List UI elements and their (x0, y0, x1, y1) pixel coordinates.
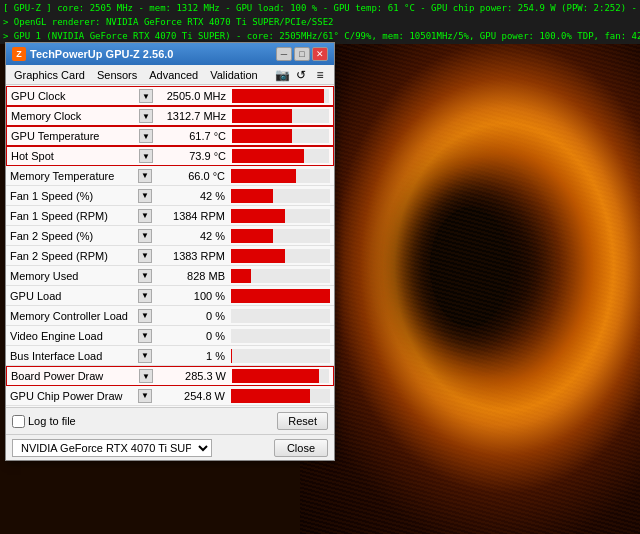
sensor-bar-container (231, 209, 330, 223)
sensor-bar-container (232, 89, 329, 103)
sensor-row: Bus Interface Load▼1 % (6, 346, 334, 366)
sensor-bar-fill (232, 109, 292, 123)
sensor-dropdown-arrow[interactable]: ▼ (138, 229, 152, 243)
sensor-row: GPU Temperature▼61.7 °C (6, 126, 334, 146)
sensor-name: Memory Temperature (8, 170, 138, 182)
window-title: TechPowerUp GPU-Z 2.56.0 (30, 48, 173, 60)
sensor-bar-container (231, 269, 330, 283)
reset-button[interactable]: Reset (277, 412, 328, 430)
sensor-name: GPU Chip Power Draw (8, 390, 138, 402)
maximize-button[interactable]: □ (294, 47, 310, 61)
sensor-dropdown-arrow[interactable]: ▼ (138, 349, 152, 363)
sensor-value: 0 % (154, 310, 229, 322)
sensor-dropdown-arrow[interactable]: ▼ (138, 269, 152, 283)
sensor-dropdown-arrow[interactable]: ▼ (138, 209, 152, 223)
menu-graphics-card[interactable]: Graphics Card (8, 68, 91, 82)
camera-icon[interactable]: 📷 (274, 67, 290, 83)
sensor-value: 1 % (154, 350, 229, 362)
sensor-bar-container (231, 169, 330, 183)
sensor-dropdown-arrow[interactable]: ▼ (138, 289, 152, 303)
sensor-bar-fill (232, 89, 324, 103)
sensor-value: 254.8 W (154, 390, 229, 402)
sensor-value: 100 % (154, 290, 229, 302)
sensor-bar-fill (232, 369, 319, 383)
sensor-row: Memory Temperature▼66.0 °C (6, 166, 334, 186)
menu-sensors[interactable]: Sensors (91, 68, 143, 82)
sensor-row: GPU Clock▼2505.0 MHz (6, 86, 334, 106)
sensor-value: 1312.7 MHz (155, 110, 230, 122)
sensor-name: Bus Interface Load (8, 350, 138, 362)
sensor-bar-fill (232, 149, 304, 163)
sensor-dropdown-arrow[interactable]: ▼ (139, 89, 153, 103)
sensor-bar-container (232, 129, 329, 143)
bottom-area: Log to file Reset (6, 407, 334, 434)
sensor-bar-fill (232, 129, 292, 143)
sensor-name: Fan 1 Speed (RPM) (8, 210, 138, 222)
sensor-name: GPU Clock (9, 90, 139, 102)
title-bar: Z TechPowerUp GPU-Z 2.56.0 ─ □ ✕ (6, 43, 334, 65)
sensor-dropdown-arrow[interactable]: ▼ (138, 249, 152, 263)
sensor-row: Hot Spot▼73.9 °C (6, 146, 334, 166)
sensor-row: Board Power Draw▼285.3 W (6, 366, 334, 386)
main-window: Z TechPowerUp GPU-Z 2.56.0 ─ □ ✕ Graphic… (5, 42, 335, 461)
sensor-bar-container (231, 249, 330, 263)
sensor-dropdown-arrow[interactable]: ▼ (139, 129, 153, 143)
sensor-dropdown-arrow[interactable]: ▼ (139, 149, 153, 163)
sensor-dropdown-arrow[interactable]: ▼ (138, 169, 152, 183)
sensor-value: 42 % (154, 190, 229, 202)
log-to-file-label: Log to file (28, 415, 76, 427)
close-window-button[interactable]: Close (274, 439, 328, 457)
sensor-row: Fan 2 Speed (%)▼42 % (6, 226, 334, 246)
sensor-bar-fill (231, 189, 273, 203)
menu-advanced[interactable]: Advanced (143, 68, 204, 82)
sensor-value: 828 MB (154, 270, 229, 282)
menu-more-icon[interactable]: ≡ (312, 67, 328, 83)
sensor-value: 61.7 °C (155, 130, 230, 142)
sensor-bar-container (231, 389, 330, 403)
sensor-bar-container (231, 349, 330, 363)
sensor-row: Memory Used▼828 MB (6, 266, 334, 286)
sensor-row: Fan 1 Speed (RPM)▼1384 RPM (6, 206, 334, 226)
menu-bar: Graphics Card Sensors Advanced Validatio… (6, 65, 334, 85)
sensor-name: Memory Controller Load (8, 310, 138, 322)
sensor-dropdown-arrow[interactable]: ▼ (138, 329, 152, 343)
sensor-name: Video Engine Load (8, 330, 138, 342)
sensor-name: Fan 2 Speed (RPM) (8, 250, 138, 262)
sensor-bar-fill (231, 209, 285, 223)
sensor-bar-container (231, 189, 330, 203)
window-controls: ─ □ ✕ (276, 47, 328, 61)
sensor-dropdown-arrow[interactable]: ▼ (139, 109, 153, 123)
sensor-row: Fan 1 Speed (%)▼42 % (6, 186, 334, 206)
gpu-selector[interactable]: NVIDIA GeForce RTX 4070 Ti SUPER (12, 439, 212, 457)
sensor-dropdown-arrow[interactable]: ▼ (139, 369, 153, 383)
sensor-dropdown-arrow[interactable]: ▼ (138, 309, 152, 323)
sensor-name: Fan 1 Speed (%) (8, 190, 138, 202)
sensor-bar-container (232, 109, 329, 123)
minimize-button[interactable]: ─ (276, 47, 292, 61)
close-button[interactable]: ✕ (312, 47, 328, 61)
sensor-value: 42 % (154, 230, 229, 242)
sensor-value: 2505.0 MHz (155, 90, 230, 102)
gpu-bar: NVIDIA GeForce RTX 4070 Ti SUPER Close (6, 434, 334, 460)
menu-icon-group: 📷 ↺ ≡ (274, 67, 332, 83)
title-bar-left: Z TechPowerUp GPU-Z 2.56.0 (12, 47, 173, 61)
sensor-value: 0 % (154, 330, 229, 342)
sensor-bar-fill (231, 389, 310, 403)
sensor-name: GPU Load (8, 290, 138, 302)
sensor-dropdown-arrow[interactable]: ▼ (138, 189, 152, 203)
log-to-file-checkbox[interactable] (12, 415, 25, 428)
sensor-value: 73.9 °C (155, 150, 230, 162)
sensor-value: 285.3 W (155, 370, 230, 382)
sensor-value: 66.0 °C (154, 170, 229, 182)
sensor-value: 1383 RPM (154, 250, 229, 262)
sensor-row: Fan 2 Speed (RPM)▼1383 RPM (6, 246, 334, 266)
sensor-name: Fan 2 Speed (%) (8, 230, 138, 242)
sensor-row: GPU Chip Power Draw▼254.8 W (6, 386, 334, 406)
sensor-name: Memory Used (8, 270, 138, 282)
background-image (300, 0, 640, 534)
sensor-bar-fill (231, 229, 273, 243)
menu-validation[interactable]: Validation (204, 68, 264, 82)
sensor-dropdown-arrow[interactable]: ▼ (138, 389, 152, 403)
sensor-bar-container (231, 229, 330, 243)
refresh-icon[interactable]: ↺ (293, 67, 309, 83)
